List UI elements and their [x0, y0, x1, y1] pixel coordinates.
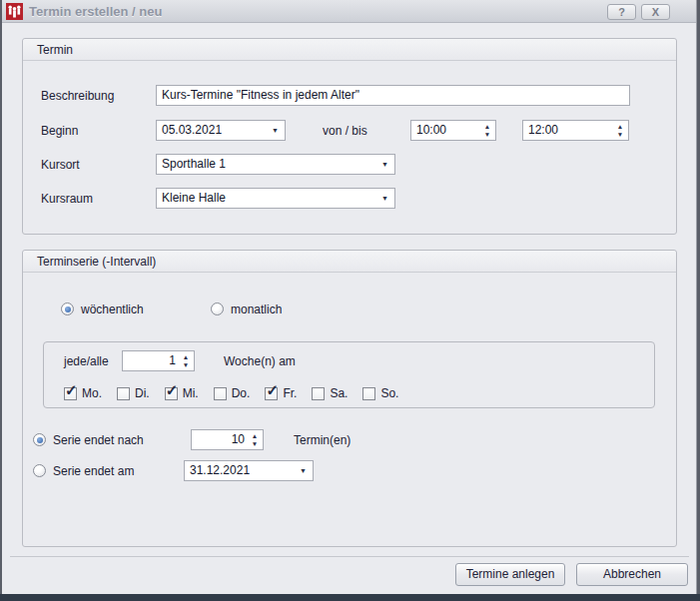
title-bar[interactable]: Termin erstellen / neu ? X: [2, 0, 696, 23]
weekday-item: ✓ Do.: [214, 386, 251, 400]
termin-group-header: Termin: [23, 39, 676, 61]
weekday-item: ✓ Mo.: [64, 386, 102, 400]
beschreibung-label: Beschreibung: [41, 89, 114, 103]
interval-label: jede/alle: [64, 354, 109, 368]
spinner-arrows: ▲ ▼: [482, 122, 492, 139]
weekday-label: Di.: [135, 386, 150, 400]
chevron-down-icon[interactable]: ▼: [300, 467, 307, 474]
ends-on-date-dropdown[interactable]: 31.12.2021 ▼: [184, 460, 314, 481]
app-logo-icon: [6, 3, 23, 20]
weekday-label: Mi.: [183, 386, 199, 400]
von-bis-label: von / bis: [323, 124, 367, 138]
weekday-item: ✓ Sa.: [312, 386, 348, 400]
spin-up-icon[interactable]: ▲: [181, 353, 191, 361]
kursort-label: Kursort: [41, 158, 80, 172]
close-button[interactable]: X: [641, 4, 670, 20]
spin-down-icon[interactable]: ▼: [615, 131, 625, 139]
bis-time-value: 12:00: [528, 123, 558, 137]
weekday-item: ✓ Di.: [117, 386, 150, 400]
kursraum-dropdown[interactable]: Kleine Halle ▼: [156, 188, 395, 209]
von-time-spinner[interactable]: 10:00 ▲ ▼: [410, 120, 496, 141]
weekday-checkbox[interactable]: ✓: [165, 387, 178, 400]
weekday-checkbox[interactable]: ✓: [312, 387, 325, 400]
weekday-checkbox[interactable]: ✓: [214, 387, 227, 400]
weekday-row: ✓ Mo. ✓ Di. ✓ Mi. ✓ Do. ✓ Fr. ✓ Sa. ✓: [64, 386, 413, 400]
terminserie-group-title: Terminserie (-Intervall): [37, 255, 156, 269]
kursraum-value: Kleine Halle: [162, 191, 226, 205]
spin-up-icon[interactable]: ▲: [482, 123, 492, 131]
ends-on-date-value: 31.12.2021: [190, 463, 250, 477]
weekday-checkbox[interactable]: ✓: [362, 387, 375, 400]
kursraum-label: Kursraum: [41, 192, 93, 206]
spin-down-icon[interactable]: ▼: [250, 440, 260, 448]
weekly-radio[interactable]: [61, 302, 74, 315]
bis-time-spinner[interactable]: 12:00 ▲ ▼: [522, 120, 629, 141]
weekday-item: ✓ Fr.: [265, 386, 297, 400]
weekday-checkbox[interactable]: ✓: [265, 387, 278, 400]
spinner-arrows: ▲ ▼: [250, 431, 260, 448]
check-icon: ✓: [266, 382, 279, 398]
monthly-radio[interactable]: [211, 302, 224, 315]
ends-after-suffix-label: Termin(en): [294, 433, 350, 447]
termin-group: Termin Beschreibung Kurs-Termine "Fitnes…: [22, 38, 677, 235]
ends-on-radio[interactable]: [33, 464, 46, 477]
spin-down-icon[interactable]: ▼: [181, 361, 191, 369]
chevron-down-icon[interactable]: ▼: [381, 161, 388, 168]
window-border-right: [696, 0, 700, 601]
spin-down-icon[interactable]: ▼: [482, 131, 492, 139]
interval-spinner[interactable]: 1 ▲ ▼: [122, 350, 195, 371]
ends-on-label[interactable]: Serie endet am: [53, 464, 134, 478]
ends-after-label[interactable]: Serie endet nach: [53, 433, 144, 447]
weekday-label: Do.: [232, 386, 251, 400]
ends-after-spinner[interactable]: 10 ▲ ▼: [191, 429, 264, 450]
weekday-label: So.: [380, 386, 398, 400]
terminserie-group: Terminserie (-Intervall) wöchentlich mon…: [22, 250, 677, 547]
von-time-value: 10:00: [416, 123, 446, 137]
spinner-arrows: ▲ ▼: [181, 352, 191, 369]
weekday-item: ✓ Mi.: [165, 386, 199, 400]
interval-box: jede/alle 1 ▲ ▼ Woche(n) am ✓ Mo. ✓ Di. …: [43, 341, 655, 408]
chevron-down-icon[interactable]: ▼: [272, 127, 279, 134]
ends-after-radio[interactable]: [33, 433, 46, 446]
dialog-window: Termin erstellen / neu ? X Termin Beschr…: [0, 0, 700, 601]
weekday-label: Sa.: [330, 386, 348, 400]
interval-suffix-label: Woche(n) am: [224, 354, 296, 368]
window-border-left: [0, 0, 2, 601]
beschreibung-input[interactable]: Kurs-Termine "Fitness in jedem Alter": [156, 85, 630, 106]
create-appointments-button[interactable]: Termine anlegen: [455, 563, 565, 586]
beginn-date-dropdown[interactable]: 05.03.2021 ▼: [156, 120, 286, 141]
weekday-label: Mo.: [82, 386, 102, 400]
window-border-bottom: [0, 594, 700, 601]
terminserie-group-header: Terminserie (-Intervall): [23, 251, 676, 273]
ends-after-value: 10: [232, 432, 245, 446]
window-title: Termin erstellen / neu: [29, 4, 162, 19]
check-icon: ✓: [65, 382, 78, 398]
spin-up-icon[interactable]: ▲: [250, 432, 260, 440]
check-icon: ✓: [166, 382, 179, 398]
weekly-radio-label[interactable]: wöchentlich: [81, 302, 144, 316]
chevron-down-icon[interactable]: ▼: [381, 195, 388, 202]
cancel-button[interactable]: Abbrechen: [576, 563, 688, 586]
help-button[interactable]: ?: [607, 4, 636, 20]
weekday-checkbox[interactable]: ✓: [117, 387, 130, 400]
beginn-label: Beginn: [41, 124, 78, 138]
kursort-dropdown[interactable]: Sporthalle 1 ▼: [156, 154, 395, 175]
monthly-radio-label[interactable]: monatlich: [231, 302, 282, 316]
spin-up-icon[interactable]: ▲: [615, 123, 625, 131]
footer-separator: [10, 556, 689, 557]
weekday-item: ✓ So.: [362, 386, 398, 400]
kursort-value: Sporthalle 1: [162, 157, 226, 171]
weekday-checkbox[interactable]: ✓: [64, 387, 77, 400]
interval-value: 1: [169, 353, 176, 367]
weekday-label: Fr.: [283, 386, 297, 400]
beginn-date-value: 05.03.2021: [162, 123, 222, 137]
termin-group-title: Termin: [37, 43, 73, 57]
spinner-arrows: ▲ ▼: [615, 122, 625, 139]
